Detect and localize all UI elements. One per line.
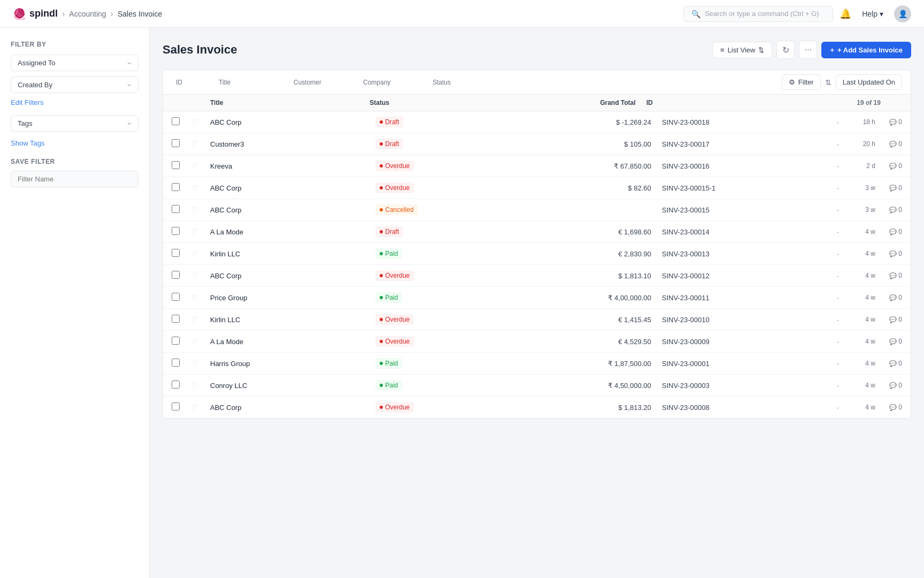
row-checkbox[interactable] <box>172 161 180 169</box>
row-checkbox[interactable] <box>172 402 180 410</box>
favorite-icon[interactable]: ♡ <box>191 403 198 412</box>
table-right-actions: ⚙ Filter ⇅ Last Updated On <box>782 74 902 90</box>
table-row[interactable]: ♡ Harris Group Paid ₹ 1,87,500.00 SINV-2… <box>163 353 911 375</box>
table-row[interactable]: ♡ Kirlin LLC Paid € 2,830.90 SINV-23-000… <box>163 243 911 265</box>
heart-wrapper[interactable]: ♡ <box>191 184 210 192</box>
col-status[interactable]: Status <box>428 77 492 88</box>
notifications-icon[interactable]: 🔔 <box>840 8 851 20</box>
favorite-icon[interactable]: ♡ <box>191 293 198 302</box>
app-logo[interactable]: 🧶 spindl <box>13 7 58 20</box>
table-row[interactable]: ♡ Price Group Paid ₹ 4,00,000.00 SINV-23… <box>163 287 911 309</box>
invoice-id-cell: SINV-23-00015-1 <box>651 184 827 192</box>
row-checkbox[interactable] <box>172 271 180 279</box>
comment-cell: 💬 0 <box>875 118 902 126</box>
customer-cell: Kirlin LLC <box>210 249 375 258</box>
col-title[interactable]: Title <box>214 77 289 88</box>
breadcrumb-accounting[interactable]: Accounting <box>69 10 106 18</box>
favorite-icon[interactable]: ♡ <box>191 162 198 170</box>
more-options-button[interactable]: ··· <box>799 41 817 59</box>
favorite-icon[interactable]: ♡ <box>191 359 198 368</box>
tags-select[interactable]: Tags <box>11 115 138 132</box>
table-row[interactable]: ♡ ABC Corp Overdue $ 82.60 SINV-23-00015… <box>163 177 911 199</box>
edit-filters-link[interactable]: Edit Filters <box>11 98 138 107</box>
th-id: ID <box>636 99 806 107</box>
table-row[interactable]: ♡ Customer3 Draft $ 105.00 SINV-23-00017… <box>163 133 911 155</box>
table-row[interactable]: ♡ ABC Corp Draft $ -1,269.24 SINV-23-000… <box>163 111 911 133</box>
filter-name-input[interactable] <box>11 171 138 187</box>
list-view-button[interactable]: ≡ List View ⇅ <box>712 42 772 58</box>
row-checkbox[interactable] <box>172 249 180 257</box>
row-checkbox[interactable] <box>172 359 180 367</box>
last-updated-button[interactable]: Last Updated On <box>836 74 902 90</box>
row-checkbox[interactable] <box>172 337 180 345</box>
table-row[interactable]: ♡ A La Mode Draft € 1,698.60 SINV-23-000… <box>163 221 911 243</box>
status-cell: Overdue <box>375 182 541 193</box>
row-checkbox[interactable] <box>172 381 180 389</box>
row-checkbox[interactable] <box>172 315 180 323</box>
row-checkbox-wrapper <box>172 381 191 390</box>
comment-icon: 💬 <box>889 294 897 301</box>
refresh-button[interactable]: ↻ <box>776 41 795 59</box>
heart-wrapper[interactable]: ♡ <box>191 162 210 170</box>
filter-button[interactable]: ⚙ Filter <box>782 74 821 90</box>
heart-wrapper[interactable]: ♡ <box>191 249 210 258</box>
col-company[interactable]: Company <box>359 77 428 88</box>
breadcrumb-sep-1: › <box>62 9 65 19</box>
favorite-icon[interactable]: ♡ <box>191 381 198 390</box>
created-by-select[interactable]: Created By <box>11 77 138 93</box>
row-checkbox[interactable] <box>172 227 180 235</box>
col-customer[interactable]: Customer <box>289 77 359 88</box>
heart-wrapper[interactable]: ♡ <box>191 315 210 324</box>
filter-icon: ⚙ <box>789 78 795 86</box>
search-bar[interactable]: 🔍 Search or type a command (Ctrl + G) <box>683 6 833 22</box>
assigned-to-select[interactable]: Assigned To <box>11 55 138 71</box>
table-row[interactable]: ♡ ABC Corp Cancelled SINV-23-00015 - 3 w… <box>163 199 911 221</box>
heart-wrapper[interactable]: ♡ <box>191 403 210 412</box>
favorite-icon[interactable]: ♡ <box>191 118 198 126</box>
customer-cell: ABC Corp <box>210 403 375 412</box>
heart-wrapper[interactable]: ♡ <box>191 293 210 302</box>
heart-wrapper[interactable]: ♡ <box>191 118 210 126</box>
row-checkbox[interactable] <box>172 205 180 213</box>
heart-wrapper[interactable]: ♡ <box>191 227 210 236</box>
favorite-icon[interactable]: ♡ <box>191 249 198 258</box>
favorite-icon[interactable]: ♡ <box>191 271 198 280</box>
comment-cell: 💬 0 <box>875 206 902 214</box>
heart-wrapper[interactable]: ♡ <box>191 271 210 280</box>
table-row[interactable]: ♡ Kirlin LLC Overdue € 1,415.45 SINV-23-… <box>163 309 911 331</box>
favorite-icon[interactable]: ♡ <box>191 315 198 324</box>
customer-cell: A La Mode <box>210 337 375 346</box>
heart-wrapper[interactable]: ♡ <box>191 140 210 148</box>
add-sales-invoice-button[interactable]: + + Add Sales Invoice <box>821 42 911 58</box>
row-checkbox[interactable] <box>172 293 180 301</box>
heart-wrapper[interactable]: ♡ <box>191 381 210 390</box>
favorite-icon[interactable]: ♡ <box>191 337 198 346</box>
comment-icon: 💬 <box>889 316 897 323</box>
table-row[interactable]: ♡ Kreeva Overdue ₹ 67,850.00 SINV-23-000… <box>163 155 911 177</box>
favorite-icon[interactable]: ♡ <box>191 140 198 148</box>
row-checkbox[interactable] <box>172 183 180 191</box>
sort-icon[interactable]: ⇅ <box>825 78 831 87</box>
favorite-icon[interactable]: ♡ <box>191 184 198 192</box>
table-row[interactable]: ♡ Conroy LLC Paid ₹ 4,50,000.00 SINV-23-… <box>163 375 911 397</box>
heart-wrapper[interactable]: ♡ <box>191 359 210 368</box>
help-button[interactable]: Help ▾ <box>858 7 888 20</box>
list-view-chevron: ⇅ <box>758 46 764 54</box>
heart-wrapper[interactable]: ♡ <box>191 337 210 346</box>
table-row[interactable]: ♡ ABC Corp Overdue $ 1,813.20 SINV-23-00… <box>163 397 911 419</box>
col-id[interactable]: ID <box>172 77 214 88</box>
favorite-icon[interactable]: ♡ <box>191 206 198 214</box>
favorite-icon[interactable]: ♡ <box>191 227 198 236</box>
table-row[interactable]: ♡ A La Mode Overdue € 4,529.50 SINV-23-0… <box>163 331 911 353</box>
table-row[interactable]: ♡ ABC Corp Overdue $ 1,813.10 SINV-23-00… <box>163 265 911 287</box>
help-label: Help <box>862 10 877 18</box>
comment-count: 0 <box>898 382 902 389</box>
status-cell: Paid <box>375 292 541 303</box>
row-checkbox[interactable] <box>172 117 180 125</box>
row-checkbox[interactable] <box>172 139 180 147</box>
user-avatar[interactable]: 👤 <box>894 5 911 22</box>
heart-wrapper[interactable]: ♡ <box>191 206 210 214</box>
show-tags-link[interactable]: Show Tags <box>11 139 138 147</box>
invoice-id-cell: SINV-23-00013 <box>651 250 827 258</box>
customer-cell: Conroy LLC <box>210 381 375 390</box>
